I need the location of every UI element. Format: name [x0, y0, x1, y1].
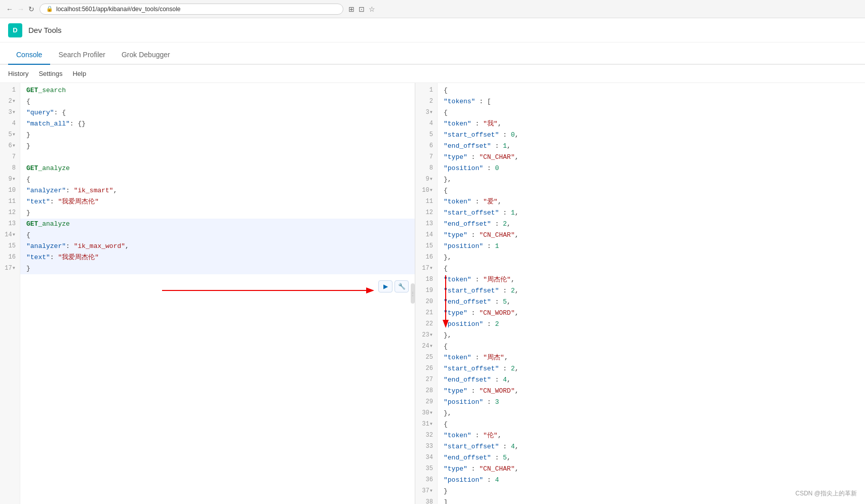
ln-15: 15 — [0, 241, 20, 252]
code-line-10: "analyzer": "ik_smart", — [20, 185, 415, 196]
code-line-5: } — [20, 130, 415, 141]
toolbar-history[interactable]: History — [8, 70, 28, 77]
oln-36: 36 — [415, 475, 437, 486]
out-line-29: "position" : 3 — [438, 397, 865, 408]
editor-line-numbers: 1 2▾ 3▾ 4 5▾ 6▾ 7 8 9▾ 10 11 12 13 14▾ 1… — [0, 83, 20, 504]
oln-35: 35 — [415, 464, 437, 475]
oln-26: 26 — [415, 363, 437, 374]
back-icon[interactable]: ← — [6, 5, 13, 13]
code-line-11: "text": "我爱周杰伦" — [20, 196, 415, 207]
secondary-toolbar: History Settings Help — [0, 65, 865, 83]
browser-nav-icons: ← → ↻ — [6, 5, 34, 13]
share-icon[interactable]: ⊡ — [359, 5, 365, 13]
oln-18: 18 — [415, 274, 437, 285]
ln-11: 11 — [0, 196, 20, 207]
ln-4: 4 — [0, 118, 20, 130]
oln-16: 16 — [415, 252, 437, 263]
code-line-8: GET _analyze — [20, 163, 415, 174]
out-line-15: "position" : 1 — [438, 241, 865, 252]
out-line-16: }, — [438, 252, 865, 263]
translate-icon[interactable]: ⊞ — [348, 5, 355, 13]
out-line-21: "type" : "CN_WORD", — [438, 308, 865, 319]
main-content: 1 2▾ 3▾ 4 5▾ 6▾ 7 8 9▾ 10 11 12 13 14▾ 1… — [0, 83, 865, 504]
out-line-19: "start_offset" : 2, — [438, 285, 865, 297]
editor-code-content[interactable]: GET _search { "query": { "match_all": {}… — [20, 83, 415, 504]
out-line-24: { — [438, 341, 865, 352]
resize-handle[interactable]: ⋮ — [411, 283, 415, 304]
browser-chrome: ← → ↻ 🔒 localhost:5601/app/kibana#/dev_t… — [0, 0, 865, 18]
code-line-1: GET _search — [20, 85, 415, 96]
out-line-12: "start_offset" : 1, — [438, 207, 865, 219]
oln-33: 33 — [415, 441, 437, 452]
oln-12: 12 — [415, 207, 437, 219]
oln-25: 25 — [415, 352, 437, 363]
out-line-35: "type" : "CN_CHAR", — [438, 464, 865, 475]
out-line-23: }, — [438, 330, 865, 341]
tab-search-profiler[interactable]: Search Profiler — [50, 46, 113, 65]
oln-6: 6 — [415, 141, 437, 152]
oln-10: 10▾ — [415, 185, 437, 196]
out-line-8: "position" : 0 — [438, 163, 865, 174]
out-line-28: "type" : "CN_WORD", — [438, 386, 865, 397]
code-editor[interactable]: 1 2▾ 3▾ 4 5▾ 6▾ 7 8 9▾ 10 11 12 13 14▾ 1… — [0, 83, 415, 504]
code-line-14: { — [20, 230, 415, 241]
app-logo: D — [8, 23, 22, 37]
editor-panel: 1 2▾ 3▾ 4 5▾ 6▾ 7 8 9▾ 10 11 12 13 14▾ 1… — [0, 83, 415, 504]
output-editor[interactable]: 1 2 3▾ 4 5 6 7 8 9▾ 10▾ 11 12 13 14 15 1… — [415, 83, 865, 504]
star-icon[interactable]: ☆ — [369, 5, 375, 13]
ln-5: 5▾ — [0, 130, 20, 141]
app-title: Dev Tools — [28, 26, 62, 34]
out-line-6: "end_offset" : 1, — [438, 141, 865, 152]
ln-1: 1 — [0, 85, 20, 96]
oln-24: 24▾ — [415, 341, 437, 352]
out-line-30: }, — [438, 408, 865, 419]
oln-22: 22 — [415, 319, 437, 330]
lock-icon: 🔒 — [46, 6, 53, 12]
oln-38: 38 — [415, 497, 437, 504]
ln-17: 17▾ — [0, 263, 20, 274]
browser-actions: ⊞ ⊡ ☆ — [348, 5, 375, 13]
ln-2: 2▾ — [0, 96, 20, 107]
tab-console[interactable]: Console — [8, 46, 50, 65]
oln-32: 32 — [415, 430, 437, 441]
out-line-36: "position" : 4 — [438, 475, 865, 486]
code-line-13: GET _analyze — [20, 219, 415, 230]
toolbar-settings[interactable]: Settings — [38, 70, 62, 77]
ln-12: 12 — [0, 207, 20, 219]
code-line-2: { — [20, 96, 415, 107]
oln-13: 13 — [415, 219, 437, 230]
output-line-numbers: 1 2 3▾ 4 5 6 7 8 9▾ 10▾ 11 12 13 14 15 1… — [415, 83, 438, 504]
out-line-38: ] — [438, 497, 865, 504]
ln-13: 13 — [0, 219, 20, 230]
oln-7: 7 — [415, 152, 437, 163]
out-line-14: "type" : "CN_CHAR", — [438, 230, 865, 241]
refresh-icon[interactable]: ↻ — [28, 5, 34, 13]
oln-8: 8 — [415, 163, 437, 174]
forward-icon[interactable]: → — [17, 5, 24, 13]
out-line-18: "token" : "周杰伦", — [438, 274, 865, 285]
oln-23: 23▾ — [415, 330, 437, 341]
oln-5: 5 — [415, 130, 437, 141]
oln-1: 1 — [415, 85, 437, 96]
oln-19: 19 — [415, 285, 437, 297]
out-line-13: "end_offset" : 2, — [438, 219, 865, 230]
out-line-26: "start_offset" : 2, — [438, 363, 865, 374]
watermark: CSDN @指尖上的革新 — [795, 489, 857, 498]
ln-9: 9▾ — [0, 174, 20, 185]
ln-3: 3▾ — [0, 107, 20, 118]
tab-grok-debugger[interactable]: Grok Debugger — [113, 46, 178, 65]
editor-toolbar-overlay: ▶ 🔧 — [378, 280, 409, 292]
oln-20: 20 — [415, 297, 437, 308]
code-line-3: "query": { — [20, 107, 415, 118]
address-bar[interactable]: 🔒 localhost:5601/app/kibana#/dev_tools/c… — [40, 4, 343, 15]
toolbar-help[interactable]: Help — [72, 70, 86, 77]
wrench-button[interactable]: 🔧 — [395, 280, 409, 292]
oln-2: 2 — [415, 96, 437, 107]
oln-21: 21 — [415, 308, 437, 319]
code-line-9: { — [20, 174, 415, 185]
oln-3: 3▾ — [415, 107, 437, 118]
code-line-17: } — [20, 263, 415, 274]
out-line-3: { — [438, 107, 865, 118]
out-line-10: { — [438, 185, 865, 196]
run-button[interactable]: ▶ — [378, 280, 392, 292]
